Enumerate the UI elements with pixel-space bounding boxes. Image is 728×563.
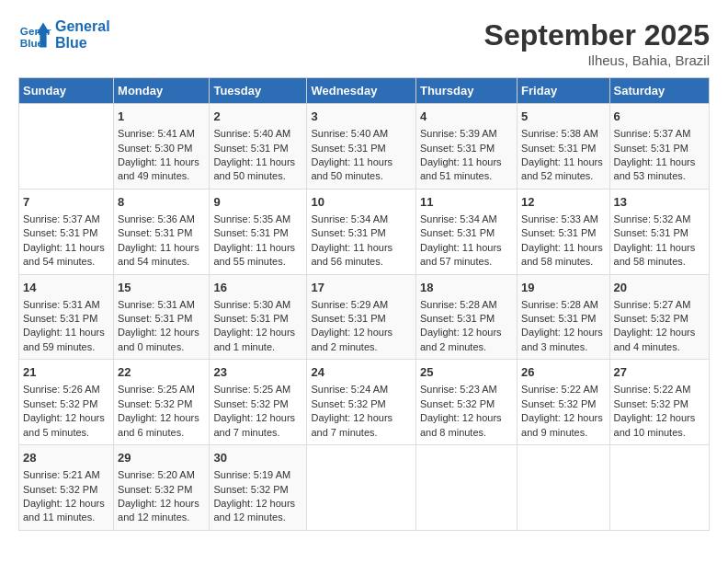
day-number: 14: [23, 280, 109, 296]
logo-text: General Blue: [55, 18, 110, 52]
calendar-cell: [609, 445, 709, 531]
calendar-cell: 14Sunrise: 5:31 AMSunset: 5:31 PMDayligh…: [19, 274, 114, 360]
calendar-cell: 5Sunrise: 5:38 AMSunset: 5:31 PMDaylight…: [518, 104, 609, 190]
calendar-cell: [518, 445, 609, 531]
header-cell-friday: Friday: [518, 78, 609, 104]
calendar-cell: 4Sunrise: 5:39 AMSunset: 5:31 PMDaylight…: [415, 104, 517, 190]
daylight-text: Daylight: 12 hours and 3 minutes.: [521, 326, 605, 354]
day-number: 27: [614, 364, 705, 381]
day-number: 1: [118, 109, 205, 125]
day-number: 26: [521, 364, 605, 381]
sunrise-text: Sunrise: 5:21 AM: [23, 468, 109, 482]
day-number: 5: [521, 109, 605, 125]
sunset-text: Sunset: 5:31 PM: [118, 312, 205, 326]
sunrise-text: Sunrise: 5:22 AM: [521, 383, 605, 396]
day-number: 30: [213, 450, 302, 466]
daylight-text: Daylight: 11 hours and 53 minutes.: [614, 155, 705, 184]
daylight-text: Daylight: 12 hours and 6 minutes.: [118, 411, 205, 440]
sunset-text: Sunset: 5:30 PM: [118, 142, 205, 155]
day-number: 13: [614, 194, 705, 211]
sunrise-text: Sunrise: 5:24 AM: [311, 383, 412, 396]
sunset-text: Sunset: 5:31 PM: [311, 142, 412, 155]
calendar-cell: 10Sunrise: 5:34 AMSunset: 5:31 PMDayligh…: [307, 189, 416, 274]
daylight-text: Daylight: 12 hours and 8 minutes.: [420, 411, 513, 440]
calendar-cell: 3Sunrise: 5:40 AMSunset: 5:31 PMDaylight…: [307, 104, 416, 190]
daylight-text: Daylight: 11 hours and 54 minutes.: [23, 241, 109, 270]
calendar-cell: 11Sunrise: 5:34 AMSunset: 5:31 PMDayligh…: [415, 189, 517, 274]
daylight-text: Daylight: 11 hours and 58 minutes.: [521, 241, 605, 270]
calendar-body: 1Sunrise: 5:41 AMSunset: 5:30 PMDaylight…: [19, 104, 710, 531]
sunset-text: Sunset: 5:32 PM: [118, 483, 205, 497]
day-number: 6: [614, 109, 705, 125]
header-cell-saturday: Saturday: [609, 78, 709, 104]
header-cell-thursday: Thursday: [415, 78, 517, 104]
calendar-cell: 20Sunrise: 5:27 AMSunset: 5:32 PMDayligh…: [609, 274, 709, 360]
calendar-cell: 21Sunrise: 5:26 AMSunset: 5:32 PMDayligh…: [19, 360, 114, 445]
daylight-text: Daylight: 12 hours and 0 minutes.: [118, 326, 205, 354]
sunset-text: Sunset: 5:31 PM: [420, 142, 513, 155]
sunrise-text: Sunrise: 5:30 AM: [213, 298, 302, 312]
month-title: September 2025: [484, 18, 710, 52]
sunrise-text: Sunrise: 5:20 AM: [118, 468, 205, 482]
sunrise-text: Sunrise: 5:37 AM: [23, 213, 109, 226]
day-number: 19: [521, 280, 605, 296]
calendar-cell: 22Sunrise: 5:25 AMSunset: 5:32 PMDayligh…: [114, 360, 210, 445]
day-number: 7: [23, 194, 109, 211]
sunrise-text: Sunrise: 5:31 AM: [118, 298, 205, 312]
daylight-text: Daylight: 12 hours and 7 minutes.: [213, 411, 302, 440]
day-number: 24: [311, 364, 412, 381]
sunset-text: Sunset: 5:31 PM: [213, 312, 302, 326]
daylight-text: Daylight: 12 hours and 4 minutes.: [614, 326, 705, 354]
daylight-text: Daylight: 12 hours and 1 minute.: [213, 326, 302, 354]
sunset-text: Sunset: 5:32 PM: [23, 397, 109, 411]
sunset-text: Sunset: 5:32 PM: [521, 397, 605, 411]
sunrise-text: Sunrise: 5:40 AM: [213, 127, 302, 141]
calendar-cell: [307, 445, 416, 531]
calendar-cell: 1Sunrise: 5:41 AMSunset: 5:30 PMDaylight…: [114, 104, 210, 190]
sunset-text: Sunset: 5:31 PM: [23, 226, 109, 240]
calendar-cell: 6Sunrise: 5:37 AMSunset: 5:31 PMDaylight…: [609, 104, 709, 190]
sunrise-text: Sunrise: 5:33 AM: [521, 213, 605, 226]
sunset-text: Sunset: 5:31 PM: [420, 226, 513, 240]
day-number: 3: [311, 109, 412, 125]
calendar-week-row: 14Sunrise: 5:31 AMSunset: 5:31 PMDayligh…: [19, 274, 710, 360]
calendar-cell: 28Sunrise: 5:21 AMSunset: 5:32 PMDayligh…: [19, 445, 114, 531]
calendar-cell: [415, 445, 517, 531]
header-cell-wednesday: Wednesday: [307, 78, 416, 104]
calendar-header-row: SundayMondayTuesdayWednesdayThursdayFrid…: [19, 78, 710, 104]
day-number: 10: [311, 194, 412, 211]
day-number: 8: [118, 194, 205, 211]
calendar-cell: 19Sunrise: 5:28 AMSunset: 5:31 PMDayligh…: [518, 274, 609, 360]
calendar-cell: 8Sunrise: 5:36 AMSunset: 5:31 PMDaylight…: [114, 189, 210, 274]
sunset-text: Sunset: 5:31 PM: [614, 142, 705, 155]
sunset-text: Sunset: 5:31 PM: [311, 312, 412, 326]
calendar-cell: 17Sunrise: 5:29 AMSunset: 5:31 PMDayligh…: [307, 274, 416, 360]
day-number: 22: [118, 364, 205, 381]
calendar-cell: 18Sunrise: 5:28 AMSunset: 5:31 PMDayligh…: [415, 274, 517, 360]
header-cell-monday: Monday: [114, 78, 210, 104]
daylight-text: Daylight: 12 hours and 2 minutes.: [420, 326, 513, 354]
title-block: September 2025 Ilheus, Bahia, Brazil: [484, 18, 710, 68]
calendar-week-row: 21Sunrise: 5:26 AMSunset: 5:32 PMDayligh…: [19, 360, 710, 445]
sunrise-text: Sunrise: 5:40 AM: [311, 127, 412, 141]
sunset-text: Sunset: 5:31 PM: [213, 226, 302, 240]
sunset-text: Sunset: 5:32 PM: [118, 397, 205, 411]
sunrise-text: Sunrise: 5:31 AM: [23, 298, 109, 312]
daylight-text: Daylight: 12 hours and 12 minutes.: [213, 497, 302, 525]
calendar-cell: 9Sunrise: 5:35 AMSunset: 5:31 PMDaylight…: [210, 189, 307, 274]
sunset-text: Sunset: 5:32 PM: [614, 397, 705, 411]
sunrise-text: Sunrise: 5:35 AM: [213, 213, 302, 226]
sunset-text: Sunset: 5:31 PM: [311, 226, 412, 240]
daylight-text: Daylight: 11 hours and 50 minutes.: [311, 155, 412, 184]
sunset-text: Sunset: 5:31 PM: [213, 142, 302, 155]
header-cell-tuesday: Tuesday: [210, 78, 307, 104]
calendar-table: SundayMondayTuesdayWednesdayThursdayFrid…: [18, 77, 710, 531]
sunrise-text: Sunrise: 5:39 AM: [420, 127, 513, 141]
sunset-text: Sunset: 5:31 PM: [23, 312, 109, 326]
sunrise-text: Sunrise: 5:29 AM: [311, 298, 412, 312]
day-number: 16: [213, 280, 302, 296]
sunrise-text: Sunrise: 5:22 AM: [614, 383, 705, 396]
sunrise-text: Sunrise: 5:27 AM: [614, 298, 705, 312]
daylight-text: Daylight: 11 hours and 55 minutes.: [213, 241, 302, 270]
sunrise-text: Sunrise: 5:23 AM: [420, 383, 513, 396]
